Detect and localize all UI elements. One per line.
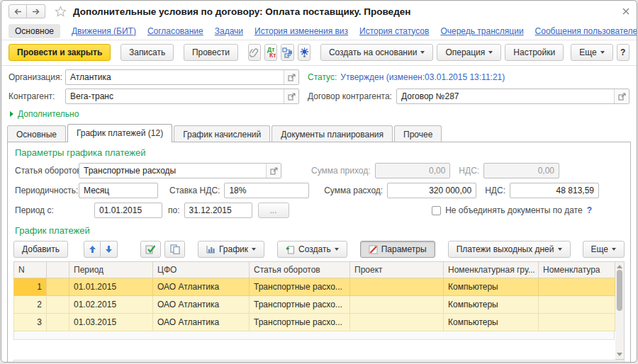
turnover-item-choose-button[interactable] [266,164,281,178]
tab-accrual-schedule[interactable]: График начислений [174,125,270,142]
merge-documents-label: Не объединять документы по дате [445,205,583,215]
help-button[interactable]: ? [617,44,629,61]
attachments-button[interactable] [248,44,261,61]
additional-expander[interactable]: Дополнительно [1,106,637,121]
period-from-label: Период с: [15,205,94,215]
turnover-item-label: Статья оборотов: [15,166,79,176]
post-and-close-button[interactable]: Провести и закрыть [9,44,111,61]
scroll-right-icon[interactable] [617,362,621,363]
create-based-on-button[interactable]: Создать на основании [320,44,434,61]
vertical-scroll-thumb[interactable] [617,270,622,311]
move-down-button[interactable] [101,241,118,258]
scroll-down-icon[interactable] [617,353,622,356]
chart-menu-button[interactable]: График [198,241,264,258]
horizontal-scrollbar[interactable] [13,360,625,363]
nav-item-user-messages[interactable]: Сообщения пользователей [535,26,637,36]
tab-other[interactable]: Прочее [394,125,442,142]
nav-item-approval[interactable]: Согласование [147,26,203,36]
turnover-item-input[interactable]: Транспортные расходы [79,163,281,178]
weekend-payments-button[interactable]: Платежи выходных дней [448,241,571,258]
table-row-selected[interactable]: 1 01.01.2015 ОАО Атлантика Транспортные … [14,278,615,296]
more-button[interactable]: Еще [571,44,612,61]
close-icon [622,8,629,15]
contract-input[interactable]: Договор №287 [396,89,629,104]
arrow-down-icon [105,245,113,254]
create-menu-button[interactable]: Создать [277,241,347,258]
finish-editing-button[interactable] [140,241,161,258]
scroll-up-icon[interactable] [617,265,622,268]
nav-item-visa-history[interactable]: История изменения виз [254,26,348,36]
choose-icon [618,93,626,101]
related-documents-button[interactable] [281,44,293,61]
income-sum-input: 0,00 [375,163,451,178]
operation-button[interactable]: Операция [437,44,501,61]
status-link[interactable]: Утвержден (изменен:03.01.2015 13:11:21) [340,72,505,82]
merge-documents-checkbox[interactable] [432,206,441,215]
nav-item-movements[interactable]: Движения (БИТ) [72,26,136,36]
nav-item-main[interactable]: Основное [9,24,60,38]
period-row: Период с: 01.01.2015 по: 31.12.2015 ... … [13,201,625,221]
choose-icon [270,167,278,175]
table-more-button[interactable]: Еще [583,241,625,258]
favorites-button[interactable] [55,6,67,17]
organization-row: Организация: Атлантика Статус: Утвержден… [1,67,637,86]
create-plus-icon [286,245,295,254]
col-period[interactable]: Период [69,262,153,278]
post-button[interactable]: Провести [184,44,238,61]
col-cfo[interactable]: ЦФО [153,262,250,278]
organization-choose-button[interactable] [284,70,298,84]
tab-payment-schedule[interactable]: График платежей (12) [67,124,172,142]
tab-main[interactable]: Основные [7,125,66,142]
col-project[interactable]: Проект [350,262,444,278]
forward-button[interactable] [27,4,45,18]
vat-rate-input[interactable]: 18% [224,183,309,198]
tab-planning-documents[interactable]: Документы планирования [272,125,393,142]
nav-item-tasks[interactable]: Задачи [215,26,243,36]
income-sum-label: Сумма приход: [311,166,371,176]
move-up-button[interactable] [84,241,101,258]
col-number[interactable]: N [14,262,47,278]
expense-sum-input[interactable]: 320 000,00 [387,183,476,198]
expense-sum-label: Сумма расход: [324,186,383,195]
table-row[interactable]: 2 01.02.2015 ОАО Атлантика Транспортные … [14,296,615,314]
settings-button[interactable]: Настройки [505,44,564,61]
parameters-label: Параметры [381,244,427,254]
vertical-scrollbar[interactable] [615,261,625,360]
paperclip-icon [250,47,259,58]
back-button[interactable] [9,4,27,18]
contract-choose-button[interactable] [614,89,629,103]
organization-input[interactable]: Атлантика [65,69,299,85]
col-nomenclature[interactable]: Номенклатура [539,262,615,278]
counterparty-choose-button[interactable] [284,89,298,103]
save-button[interactable]: Записать [121,44,174,61]
counterparty-row: Контрагент: Вега-транс Договор контраген… [1,86,637,106]
col-turnover-item[interactable]: Статья оборотов [250,262,350,278]
col-nomenclature-group[interactable]: Номенклатурная гру... [444,262,539,278]
counterparty-input[interactable]: Вега-транс [65,89,299,104]
period-from-input[interactable]: 01.01.2015 [94,203,162,218]
merge-help-link[interactable]: ? [587,205,592,215]
document-structure-icon [282,47,293,58]
parameters-toggle-button[interactable]: Параметры [360,241,435,258]
nav-item-status-history[interactable]: История статусов [359,26,429,36]
scroll-left-icon[interactable] [17,362,21,363]
add-row-button[interactable]: Добавить [13,241,68,258]
create-menu-label: Создать [298,244,331,254]
payment-schedule-grid: N Период ЦФО Статья оборотов Проект Номе… [13,261,625,360]
table-row[interactable]: 3 01.03.2015 ОАО Атлантика Транспортные … [14,314,615,331]
horizontal-scroll-thumb[interactable] [23,362,425,363]
period-to-input[interactable]: 31.12.2015 [184,203,252,218]
expense-vat-input[interactable]: 48 813,59 [510,183,599,198]
nav-item-translation-queue[interactable]: Очередь трансляции [440,26,523,36]
table-more-label: Еще [591,244,608,254]
copy-row-button[interactable] [164,241,185,258]
hint-lamp-button[interactable] [298,44,310,61]
col-marker[interactable] [47,262,69,278]
back-arrow-icon [14,8,22,15]
close-button[interactable] [622,8,629,15]
periodicity-input[interactable]: Месяц [79,183,158,198]
period-picker-button[interactable]: ... [258,203,289,218]
chart-menu-label: График [219,244,248,254]
dtkt-postings-button[interactable]: Дт Кт [264,44,277,61]
additional-link[interactable]: Дополнительно [18,109,79,119]
